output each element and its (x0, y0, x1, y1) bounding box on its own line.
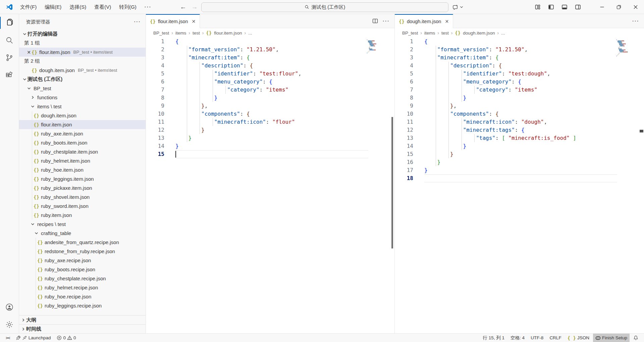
code-editor[interactable]: 1{2 "format_version": "1.21.50",3 "minec… (395, 38, 644, 333)
menu-item-1[interactable]: 编辑(E) (41, 2, 65, 12)
open-editor-item[interactable]: ✕{}flour.item.jsonBP_test • items\test (19, 48, 146, 57)
language-mode-status-item[interactable]: { } JSON (565, 334, 592, 342)
breadcrumb-item[interactable]: test (193, 31, 200, 36)
open-editor-item[interactable]: {}dough.item.jsonBP_test • items\test (19, 66, 146, 75)
activity-extensions-button[interactable] (0, 66, 19, 84)
breadcrumb-separator: › (171, 30, 173, 36)
tree-item-json[interactable]: {}ruby_boots.item.json (19, 138, 146, 147)
tree-item-folder[interactable]: items \ test (19, 102, 146, 111)
tree-item-folder[interactable]: BP_test (19, 84, 146, 93)
close-icon[interactable]: ✕ (192, 19, 196, 24)
copilot-menu-button[interactable] (452, 4, 463, 10)
open-editors-header[interactable]: 打开的编辑器 (19, 30, 146, 39)
tab-flour.item.json[interactable]: {}flour.item.json✕ (146, 14, 200, 28)
tree-item-json[interactable]: {}ruby_helmet.recipe.json (19, 283, 146, 292)
notifications-bell-button[interactable] (631, 334, 641, 342)
tree-item-json[interactable]: {}ruby_chestplate.item.json (19, 147, 146, 156)
activity-explorer-button[interactable] (0, 14, 19, 32)
tab-label: flour.item.json (158, 19, 188, 24)
tree-item-json[interactable]: {}ruby_shovel.item.json (19, 192, 146, 202)
breadcrumb-item[interactable]: dough.item.json (463, 31, 495, 36)
code-line: 8 } (395, 94, 644, 102)
more-actions-button[interactable]: ··· (383, 18, 390, 24)
tree-item-json[interactable]: {}ruby_chestplate.recipe.json (19, 274, 146, 283)
breadcrumb-item[interactable]: items (175, 31, 186, 36)
tree-item-json[interactable]: {}ruby_hoe.item.json (19, 165, 146, 174)
window-controls (594, 0, 644, 14)
settings-button[interactable] (0, 316, 19, 333)
breadcrumb-item[interactable]: BP_test (402, 31, 418, 36)
finish-setup-status-item[interactable]: Finish Setup (593, 334, 630, 342)
encoding-status-item[interactable]: UTF-8 (528, 334, 546, 342)
restore-button[interactable] (610, 0, 627, 14)
close-icon[interactable]: ✕ (26, 50, 32, 55)
tree-item-json[interactable]: {}ruby_boots.recipe.json (19, 265, 146, 274)
go-back-button[interactable]: ← (178, 2, 188, 12)
account-button[interactable] (0, 298, 19, 316)
breadcrumb-item[interactable]: ... (248, 31, 252, 36)
tree-item-label: ruby_shovel.item.json (41, 194, 90, 200)
activity-search-button[interactable] (0, 32, 19, 49)
menu-item-0[interactable]: 文件(F) (16, 2, 41, 12)
tree-item-json[interactable]: {}ruby_hoe.recipe.json (19, 292, 146, 301)
breadcrumb-item[interactable]: items (424, 31, 435, 36)
code-editor[interactable]: 1{2 "format_version": "1.21.50",3 "minec… (146, 38, 394, 333)
minimap[interactable] (616, 40, 635, 58)
problems-status-item[interactable]: 0 0 (54, 334, 78, 342)
minimize-button[interactable] (594, 0, 610, 14)
open-editors-list: 第 1 组✕{}flour.item.jsonBP_test • items\t… (19, 39, 146, 75)
outline-header[interactable]: 大纲 (19, 315, 146, 324)
menu-overflow-button[interactable]: ··· (141, 2, 156, 12)
minimap[interactable] (367, 40, 386, 55)
close-window-button[interactable] (627, 0, 644, 14)
eol-status-item[interactable]: CRLF (547, 334, 564, 342)
cursor-position-status-item[interactable]: 行 15, 列 1 (481, 334, 507, 342)
tree-item-json[interactable]: {}ruby_helmet.item.json (19, 156, 146, 165)
tree-item-folder[interactable]: recipes \ test (19, 220, 146, 229)
sidebar-more-actions-button[interactable]: ··· (134, 19, 141, 24)
tree-item-json[interactable]: {}dough.item.json (19, 111, 146, 120)
tree-item-json[interactable]: {}ruby_sword.item.json (19, 202, 146, 211)
go-forward-button[interactable]: → (190, 2, 199, 12)
tree-item-json[interactable]: {}redstone_from_ruby.recipe.json (19, 247, 146, 256)
tree-item-folder[interactable]: functions (19, 93, 146, 102)
launchpad-status-item[interactable]: Launchpad (13, 334, 53, 342)
tree-item-json[interactable]: {}ruby_leggings.item.json (19, 174, 146, 183)
breadcrumb-item[interactable]: ... (501, 31, 505, 36)
activity-source-control-button[interactable] (0, 49, 19, 66)
tree-item-label: ruby_axe.item.json (41, 131, 83, 136)
indentation-status-item[interactable]: 空格: 4 (508, 334, 527, 342)
tree-item-json[interactable]: {}ruby_leggings.recipe.json (19, 301, 146, 310)
split-editor-icon[interactable] (372, 18, 378, 24)
tree-item-json[interactable]: {}ruby_pickaxe.item.json (19, 183, 146, 192)
command-center-search[interactable]: 测试包 (工作区) (201, 2, 448, 12)
tree-item-json[interactable]: {}flour.item.json (19, 120, 146, 129)
toggle-primary-sidebar-icon[interactable] (547, 3, 555, 11)
tree-item-json[interactable]: {}ruby.item.json (19, 211, 146, 220)
timeline-header[interactable]: 时间线 (19, 324, 146, 333)
line-number: 13 (395, 134, 413, 142)
vscode-logo-icon (5, 3, 13, 11)
remote-indicator[interactable]: >< (3, 334, 12, 342)
tab-dough.item.json[interactable]: {}dough.item.json✕ (395, 14, 453, 28)
breadcrumb-item[interactable]: test (441, 31, 449, 36)
scrollbar-thumb[interactable] (391, 117, 393, 248)
breadcrumb-item[interactable]: BP_test (153, 31, 169, 36)
workspace-header[interactable]: 测试包 (工作区) (19, 75, 146, 84)
json-file-icon: {} (399, 19, 405, 24)
menu-item-4[interactable]: 转到(G) (115, 2, 141, 12)
customize-layout-icon[interactable] (533, 3, 542, 11)
tree-item-json[interactable]: {}ruby_axe.item.json (19, 129, 146, 138)
menu-item-2[interactable]: 选择(S) (65, 2, 90, 12)
toggle-panel-icon[interactable] (560, 3, 569, 11)
toggle-secondary-sidebar-icon[interactable] (574, 3, 582, 11)
breadcrumb-item[interactable]: flour.item.json (214, 31, 242, 36)
tree-item-json[interactable]: {}andesite_from_quartz.recipe.json (19, 238, 146, 247)
tree-item-label: redstone_from_ruby.recipe.json (45, 248, 115, 254)
menu-item-3[interactable]: 查看(V) (90, 2, 115, 12)
line-number: 16 (395, 158, 413, 166)
more-actions-button[interactable]: ··· (632, 18, 639, 24)
tree-item-json[interactable]: {}ruby_axe.recipe.json (19, 256, 146, 265)
tree-item-folder[interactable]: crafting_table (19, 229, 146, 238)
close-icon[interactable]: ✕ (445, 19, 449, 24)
